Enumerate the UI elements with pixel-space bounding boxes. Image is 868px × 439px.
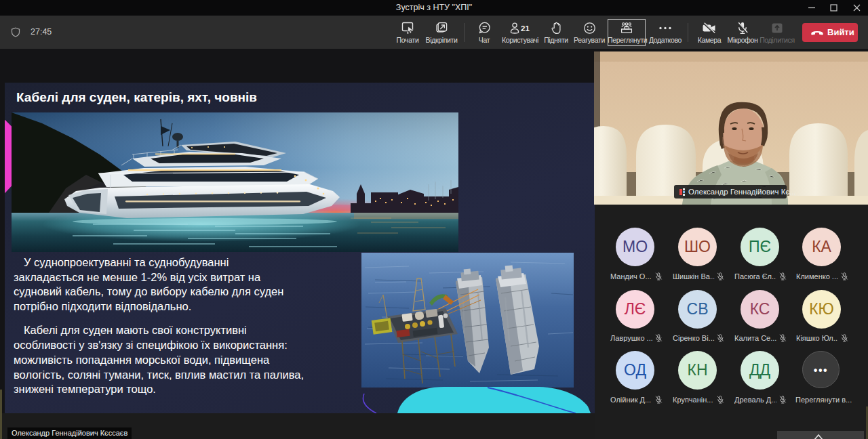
svg-text:21: 21	[521, 24, 530, 33]
svg-text:Олександр Геннадійович Кє...: Олександр Геннадійович Кє...	[688, 188, 796, 196]
